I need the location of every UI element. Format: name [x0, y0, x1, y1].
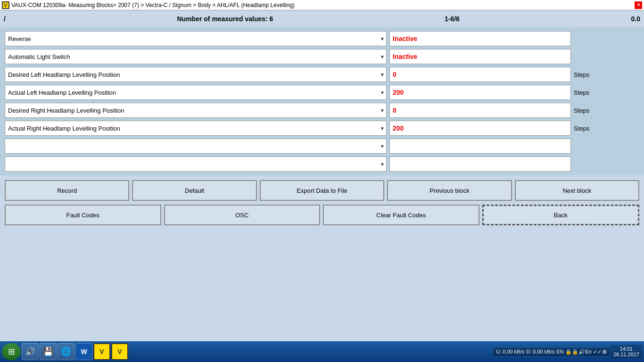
header-row: / Number of measured values: 6 1-6/6 0.0 — [0, 10, 644, 27]
alhl-select[interactable]: Actual Left Headlamp Levelling Position — [5, 85, 387, 100]
button-row-1: Record Default Export Data to File Previ… — [0, 178, 644, 203]
tray-upload: U: 0,00 kB/s — [496, 349, 524, 354]
als-select-wrapper[interactable]: Automatic Light Switch — [5, 49, 387, 64]
drhl-value: 0 — [389, 103, 571, 118]
taskbar-vaux-icon2[interactable]: V — [111, 343, 128, 360]
alhl-value: 200 — [389, 85, 571, 100]
alhl-select-wrapper[interactable]: Actual Left Headlamp Levelling Position — [5, 85, 387, 100]
alhl-unit: Steps — [574, 89, 597, 96]
start-button[interactable]: ⊞ — [2, 343, 21, 360]
measure-row-reverse: Reverse Inactive — [5, 31, 639, 46]
measure-row-als: Automatic Light Switch Inactive — [5, 49, 639, 64]
arhl-unit: Steps — [574, 125, 597, 132]
measure-row-empty2 — [5, 156, 639, 172]
taskbar-speaker-icon[interactable]: 🔊 — [22, 343, 39, 360]
default-button[interactable]: Default — [132, 180, 256, 201]
tray-download: D: 0,00 kB/s — [526, 349, 554, 354]
close-button[interactable]: ✕ — [635, 1, 642, 9]
record-button[interactable]: Record — [5, 180, 129, 201]
dlhl-select-wrapper[interactable]: Desired Left Headlamp Levelling Position — [5, 67, 387, 82]
reverse-select-wrapper[interactable]: Reverse — [5, 31, 387, 46]
title-bar: V VAUX-COM 120309a- Measuring Blocks> 20… — [0, 0, 644, 10]
arhl-value: 200 — [389, 121, 571, 136]
arhl-select[interactable]: Actual Right Headlamp Levelling Position — [5, 121, 387, 136]
als-select[interactable]: Automatic Light Switch — [5, 49, 387, 64]
taskbar-vaux-icon1[interactable]: V — [93, 343, 110, 360]
dlhl-value: 0 — [389, 67, 571, 82]
measure-row-alhl: Actual Left Headlamp Levelling Position … — [5, 85, 639, 100]
empty2-value — [389, 156, 571, 172]
app-icon: V — [2, 1, 9, 9]
reverse-value: Inactive — [389, 31, 571, 46]
empty1-select[interactable] — [5, 139, 387, 154]
measure-row-arhl: Actual Right Headlamp Levelling Position… — [5, 121, 639, 136]
prev-block-button[interactable]: Previous block — [387, 180, 512, 201]
als-value: Inactive — [389, 49, 571, 64]
empty1-select-wrapper[interactable] — [5, 139, 387, 154]
tray-icons: 🔒🔒🔊En ✓✓🖥 — [565, 349, 607, 355]
measure-row-drhl: Desired Right Headlamp Levelling Positio… — [5, 103, 639, 118]
clear-fault-codes-button[interactable]: Clear Fault Codes — [323, 205, 479, 225]
tray-lang: EN — [556, 349, 563, 354]
measure-row-dlhl: Desired Left Headlamp Levelling Position… — [5, 67, 639, 82]
button-row-2: Fault Codes OSC Clear Fault Codes Back — [0, 203, 644, 227]
title-bar-left: V VAUX-COM 120309a- Measuring Blocks> 20… — [2, 1, 295, 9]
taskbar: ⊞ 🔊 💾 🌐 W V V U: 0,00 kB/s D: 0,00 kB/s … — [0, 341, 644, 362]
drhl-select[interactable]: Desired Right Headlamp Levelling Positio… — [5, 103, 387, 118]
empty1-value — [389, 139, 571, 154]
taskbar-save-icon[interactable]: 💾 — [40, 343, 57, 360]
reverse-select[interactable]: Reverse — [5, 31, 387, 46]
dlhl-select[interactable]: Desired Left Headlamp Levelling Position — [5, 67, 387, 82]
clock-time: 14:01 — [613, 346, 639, 352]
taskbar-word-icon[interactable]: W — [75, 343, 92, 360]
fault-codes-button[interactable]: Fault Codes — [5, 205, 161, 225]
clock-date: 28.11.2017 — [613, 352, 639, 357]
empty2-select-wrapper[interactable] — [5, 156, 387, 172]
back-button[interactable]: Back — [482, 205, 640, 225]
header-value: 0.0 — [631, 15, 640, 23]
header-measured-label: Number of measured values: 6 — [177, 15, 273, 23]
arhl-select-wrapper[interactable]: Actual Right Headlamp Levelling Position — [5, 121, 387, 136]
drhl-unit: Steps — [574, 107, 597, 114]
empty2-select[interactable] — [5, 156, 387, 172]
taskbar-chrome-icon[interactable]: 🌐 — [58, 343, 74, 360]
next-block-button[interactable]: Next block — [515, 180, 639, 201]
main-content: Reverse Inactive Automatic Light Switch … — [0, 27, 644, 175]
header-slash: / — [4, 15, 6, 23]
taskbar-clock: 14:01 28.11.2017 — [611, 345, 642, 358]
export-button[interactable]: Export Data to File — [260, 180, 384, 201]
title-text: VAUX-COM 120309a- Measuring Blocks> 2007… — [11, 2, 295, 8]
measure-row-empty1 — [5, 139, 639, 154]
header-range: 1-6/6 — [445, 15, 460, 23]
taskbar-tray: U: 0,00 kB/s D: 0,00 kB/s EN 🔒🔒🔊En ✓✓🖥 — [493, 348, 610, 356]
osc-button[interactable]: OSC — [164, 205, 321, 225]
dlhl-unit: Steps — [574, 71, 597, 78]
drhl-select-wrapper[interactable]: Desired Right Headlamp Levelling Positio… — [5, 103, 387, 118]
